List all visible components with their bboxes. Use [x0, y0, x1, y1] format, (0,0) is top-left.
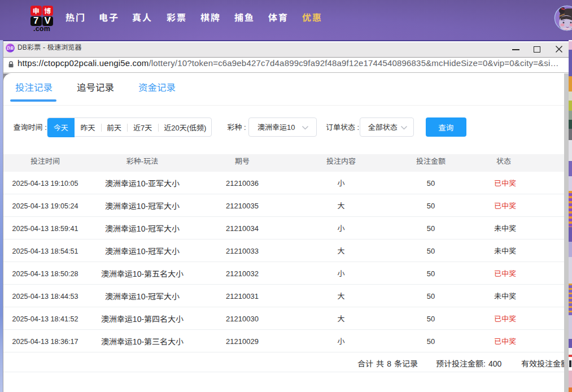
svg-text:DB: DB: [6, 45, 14, 51]
